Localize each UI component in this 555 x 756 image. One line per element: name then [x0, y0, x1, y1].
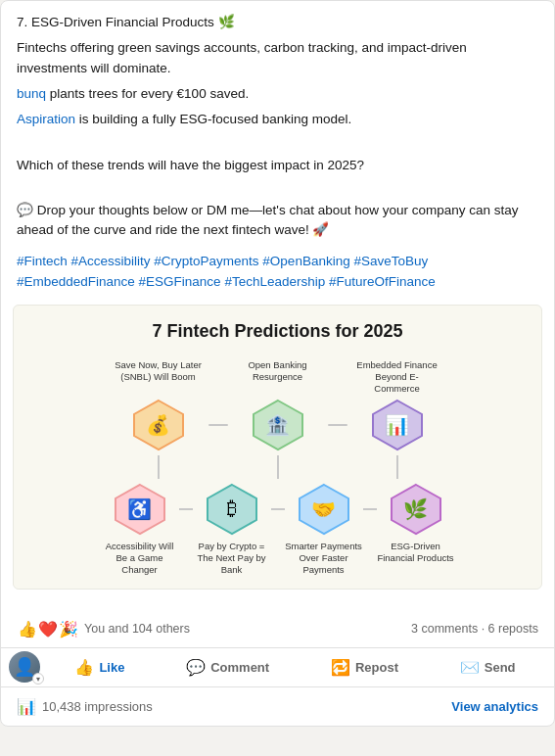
repost-icon: 🔁 — [331, 658, 350, 677]
hex-esg-icon: 🌿 — [403, 497, 428, 521]
like-label: Like — [99, 660, 124, 675]
vert-conn-3 — [396, 455, 398, 479]
like-button[interactable]: 👍 Like — [63, 650, 136, 685]
view-analytics-link[interactable]: View analytics — [451, 699, 538, 714]
repost-label: Repost — [355, 660, 398, 675]
infographic-title: 7 Fintech Predictions for 2025 — [22, 321, 533, 342]
bottom-label-3: Smarter Payments Over Faster Payments — [285, 541, 363, 577]
aspiration-link[interactable]: Aspiration — [17, 112, 75, 126]
aspiration-desc: is building a fully ESG-focused banking … — [75, 112, 351, 126]
connector-1 — [208, 424, 228, 426]
repost-button[interactable]: 🔁 Repost — [319, 650, 410, 685]
bunq-link[interactable]: bunq — [17, 86, 46, 101]
hex-accessibility: ♿ — [113, 482, 167, 537]
connector-2 — [328, 424, 347, 426]
reactions-count[interactable]: You and 104 others — [84, 622, 190, 636]
bar-chart-icon: 📊 — [17, 697, 36, 716]
hex-crypto: ₿ — [205, 482, 259, 537]
hex-smarter: 🤝 — [297, 482, 351, 537]
bottom-label-4: ESG-Driven Financial Products — [377, 541, 455, 577]
post-card: 7. ESG-Driven Financial Products 🌿 Finte… — [0, 0, 555, 727]
user-avatar-wrapper[interactable]: 👤 ▾ — [9, 651, 40, 683]
hex-embedded-icon: 📊 — [385, 413, 409, 437]
cta-text: 💬 Drop your thoughts below or DM me—let'… — [17, 201, 538, 241]
comment-label: Comment — [210, 660, 269, 675]
hashtags[interactable]: #Fintech #Accessibility #CryptoPayments … — [17, 251, 538, 293]
post-content: 7. ESG-Driven Financial Products 🌿 Finte… — [1, 1, 554, 293]
like-icon: 👍 — [74, 658, 94, 677]
impressions-bar: 📊 10,438 impressions View analytics — [1, 687, 554, 726]
connector-4 — [271, 508, 285, 510]
top-label-2: Open Banking Resurgence — [234, 359, 322, 396]
bottom-label-2: Pay by Crypto = The Next Pay by Bank — [193, 541, 271, 577]
hex-embedded: 📊 — [370, 398, 425, 452]
hex-accessibility-icon: ♿ — [127, 497, 152, 521]
connector-5 — [363, 508, 377, 510]
reaction-celebrate-emoji: 🎉 — [58, 619, 79, 639]
top-label-1: Save Now, Buy Later (SNBL) Will Boom — [115, 359, 203, 396]
reaction-like-emoji: 👍 — [17, 619, 38, 639]
engagement-count[interactable]: 3 comments · 6 reposts — [411, 622, 538, 636]
section7-title: 7. ESG-Driven Financial Products 🌿 — [17, 13, 538, 32]
hex-openbanking-icon: 🏦 — [265, 413, 290, 437]
hex-esg: 🌿 — [389, 482, 443, 537]
section7-body: Fintechs offering green savings accounts… — [17, 38, 538, 78]
reactions-bar: 👍 ❤️ 🎉 You and 104 others 3 comments · 6… — [1, 611, 554, 648]
hex-openbanking: 🏦 — [251, 398, 305, 452]
connector-3 — [179, 508, 193, 510]
reactions-left: 👍 ❤️ 🎉 You and 104 others — [17, 619, 190, 639]
infographic-wrapper: 7 Fintech Predictions for 2025 Save Now,… — [1, 305, 554, 601]
hex-snbl-icon: 💰 — [146, 413, 170, 437]
hex-crypto-icon: ₿ — [227, 497, 237, 520]
comment-button[interactable]: 💬 Comment — [174, 650, 281, 685]
comment-icon: 💬 — [186, 658, 206, 677]
aspiration-line: Aspiration is building a fully ESG-focus… — [17, 110, 538, 129]
post-actions: 👍 Like 💬 Comment 🔁 Repost ✉️ Send — [44, 650, 546, 685]
bunq-line: bunq plants trees for every €100 saved. — [17, 84, 538, 104]
top-label-3: Embedded Finance Beyond E-Commerce — [353, 359, 441, 396]
question-text: Which of these trends will have the bigg… — [17, 156, 538, 175]
reaction-heart-emoji: ❤️ — [37, 619, 59, 639]
vert-conn-2 — [277, 455, 279, 479]
impressions-count: 10,438 impressions — [42, 699, 153, 714]
send-icon: ✉️ — [460, 658, 480, 677]
bottom-label-1: Accessibility Will Be a Game Changer — [101, 541, 179, 577]
infographic: 7 Fintech Predictions for 2025 Save Now,… — [13, 305, 542, 590]
avatar-dropdown-arrow[interactable]: ▾ — [32, 673, 44, 685]
impressions-left: 📊 10,438 impressions — [17, 697, 153, 716]
send-label: Send — [485, 660, 516, 675]
hex-smarter-icon: 🤝 — [311, 497, 336, 521]
action-bar: 👤 ▾ 👍 Like 💬 Comment 🔁 Repost ✉️ Send — [1, 648, 554, 687]
vert-conn-1 — [158, 455, 160, 479]
hex-snbl: 💰 — [131, 398, 186, 452]
bunq-desc: plants trees for every €100 saved. — [46, 86, 249, 101]
send-button[interactable]: ✉️ Send — [448, 650, 528, 685]
